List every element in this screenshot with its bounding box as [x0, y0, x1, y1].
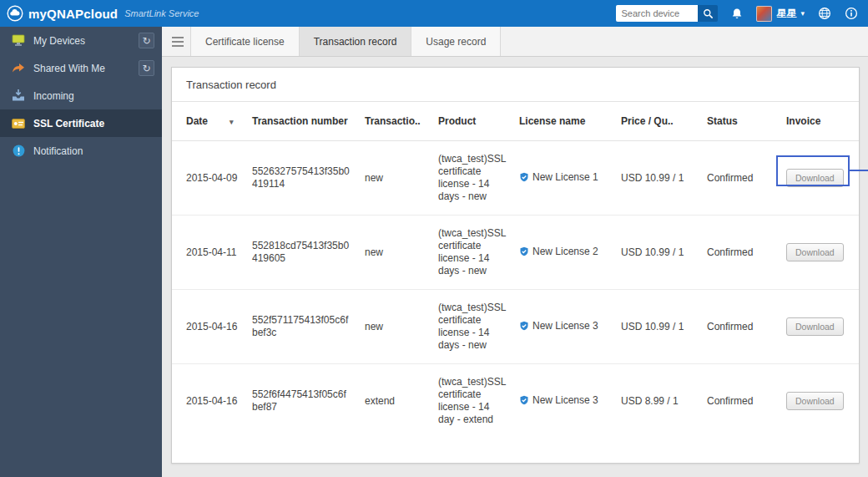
- language-globe-button[interactable]: [818, 7, 831, 20]
- cell-invoice: Download: [780, 216, 859, 290]
- table-row: 2015-04-16 552f571175413f05c6fbef3c new …: [172, 290, 859, 364]
- cell-license-name: New License 1: [512, 141, 614, 216]
- sidebar-item-incoming[interactable]: Incoming: [0, 82, 162, 109]
- cell-product: (twca_test)SSL certificate license - 14 …: [431, 141, 512, 216]
- table-body: 2015-04-09 5526327575413f35b0419114 new …: [172, 141, 859, 439]
- hamburger-icon: [172, 37, 184, 38]
- transaction-record-panel: Transaction record Date▾ Transaction num…: [171, 67, 860, 464]
- brand: myQNAPcloud SmartLink Service: [7, 5, 199, 22]
- refresh-shared-with-me-button[interactable]: ↻: [139, 60, 154, 76]
- transaction-table: Date▾ Transaction number Transactio.. Pr…: [172, 102, 859, 438]
- cell-date: 2015-04-11: [172, 216, 245, 290]
- notifications-bell-button[interactable]: [731, 8, 743, 20]
- column-header-date[interactable]: Date▾: [172, 102, 245, 141]
- tab-certificate-license[interactable]: Certificate license: [190, 27, 299, 56]
- download-button[interactable]: Download: [786, 169, 844, 187]
- cell-status: Confirmed: [700, 290, 780, 364]
- column-header-invoice: Invoice: [780, 102, 859, 141]
- cell-price: USD 10.99 / 1: [614, 290, 700, 364]
- search-button[interactable]: [698, 5, 718, 22]
- license-shield-icon: [519, 321, 529, 331]
- table-row: 2015-04-16 552f6f4475413f05c6fbef87 exte…: [172, 364, 859, 439]
- column-header-product: Product: [431, 102, 512, 141]
- main-area: Certificate license Transaction record U…: [162, 27, 868, 477]
- sidebar-item-ssl-certificate[interactable]: SSL Certificate: [0, 109, 162, 137]
- license-shield-icon: [519, 246, 529, 256]
- tab-transaction-record[interactable]: Transaction record: [299, 27, 411, 56]
- license-shield-icon: [519, 172, 529, 182]
- sort-caret-icon[interactable]: ▾: [230, 118, 234, 126]
- search-input[interactable]: [616, 5, 698, 22]
- license-shield-icon: [519, 395, 529, 405]
- cell-license-name: New License 3: [512, 364, 614, 439]
- globe-icon: [818, 7, 831, 20]
- cell-date: 2015-04-16: [172, 290, 245, 364]
- my-devices-icon: [11, 34, 26, 48]
- sidebar: My Devices ↻ Shared With Me ↻ Incoming S…: [0, 27, 162, 477]
- cell-transaction-number: 5526327575413f35b0419114: [245, 141, 358, 216]
- topbar-right: 星星 ▾: [616, 5, 858, 22]
- column-header-price-quantity: Price / Qu..: [614, 102, 700, 141]
- bell-icon: [731, 8, 743, 20]
- column-header-license-name: License name: [512, 102, 614, 141]
- brand-name: myQNAPcloud: [28, 7, 118, 21]
- download-button[interactable]: Download: [786, 392, 844, 410]
- cell-product: (twca_test)SSL certificate license - 14 …: [431, 216, 512, 290]
- shared-with-me-icon: [11, 62, 26, 75]
- cell-license-name: New License 2: [512, 216, 614, 290]
- sidebar-item-label: Shared With Me: [33, 63, 105, 74]
- column-header-transaction-type: Transactio..: [358, 102, 431, 141]
- brand-subtitle: SmartLink Service: [124, 8, 199, 18]
- chevron-down-icon: ▾: [800, 9, 805, 18]
- cell-transaction-number: 552818cd75413f35b0419605: [245, 216, 358, 290]
- cell-license-name: New License 3: [512, 290, 614, 364]
- tab-bar: Certificate license Transaction record U…: [162, 27, 868, 57]
- cell-transaction-number: 552f6f4475413f05c6fbef87: [245, 364, 358, 439]
- table-row: 2015-04-09 5526327575413f35b0419114 new …: [172, 141, 859, 216]
- tab-usage-record[interactable]: Usage record: [411, 27, 501, 56]
- sidebar-item-label: Notification: [33, 145, 83, 157]
- column-header-transaction-number: Transaction number: [245, 102, 358, 141]
- incoming-icon: [11, 89, 26, 103]
- sidebar-item-my-devices[interactable]: My Devices ↻: [0, 27, 162, 54]
- cell-invoice: Download: [780, 141, 859, 216]
- sidebar-item-label: My Devices: [33, 35, 85, 47]
- notification-icon: [11, 145, 26, 158]
- download-button[interactable]: Download: [786, 243, 844, 261]
- user-menu[interactable]: 星星 ▾: [756, 6, 805, 22]
- cell-status: Confirmed: [700, 141, 780, 216]
- info-button[interactable]: [845, 7, 858, 20]
- cell-status: Confirmed: [700, 216, 780, 290]
- download-button[interactable]: Download: [786, 317, 844, 336]
- cell-date: 2015-04-16: [172, 364, 245, 439]
- cell-transaction-type: new: [358, 141, 431, 216]
- cell-invoice: Download: [780, 364, 859, 439]
- refresh-my-devices-button[interactable]: ↻: [139, 33, 154, 48]
- table-row: 2015-04-11 552818cd75413f35b0419605 new …: [172, 216, 859, 290]
- cell-invoice: Download: [780, 290, 859, 364]
- cell-transaction-number: 552f571175413f05c6fbef3c: [245, 290, 358, 364]
- info-icon: [845, 7, 858, 20]
- sidebar-item-shared-with-me[interactable]: Shared With Me ↻: [0, 54, 162, 82]
- cell-product: (twca_test)SSL certificate license - 14 …: [431, 364, 512, 439]
- sidebar-item-label: SSL Certificate: [33, 118, 104, 129]
- sidebar-item-notification[interactable]: Notification: [0, 137, 162, 165]
- cell-status: Confirmed: [700, 364, 780, 439]
- cell-product: (twca_test)SSL certificate license - 14 …: [431, 290, 512, 364]
- cell-price: USD 10.99 / 1: [614, 141, 700, 216]
- cell-price: USD 10.99 / 1: [614, 216, 700, 290]
- ssl-certificate-icon: [11, 117, 26, 130]
- menu-hamburger-button[interactable]: [165, 27, 190, 56]
- cell-price: USD 8.99 / 1: [614, 364, 700, 439]
- sidebar-item-label: Incoming: [33, 90, 74, 102]
- cell-date: 2015-04-09: [172, 141, 245, 216]
- search-box: [616, 5, 718, 22]
- search-icon: [703, 8, 714, 19]
- user-avatar: [756, 6, 772, 22]
- panel-title: Transaction record: [172, 68, 859, 102]
- column-header-status: Status: [700, 102, 780, 141]
- cell-transaction-type: extend: [358, 364, 431, 439]
- topbar: myQNAPcloud SmartLink Service 星星 ▾: [0, 0, 868, 27]
- cell-transaction-type: new: [358, 290, 431, 364]
- table-header-row: Date▾ Transaction number Transactio.. Pr…: [172, 102, 859, 141]
